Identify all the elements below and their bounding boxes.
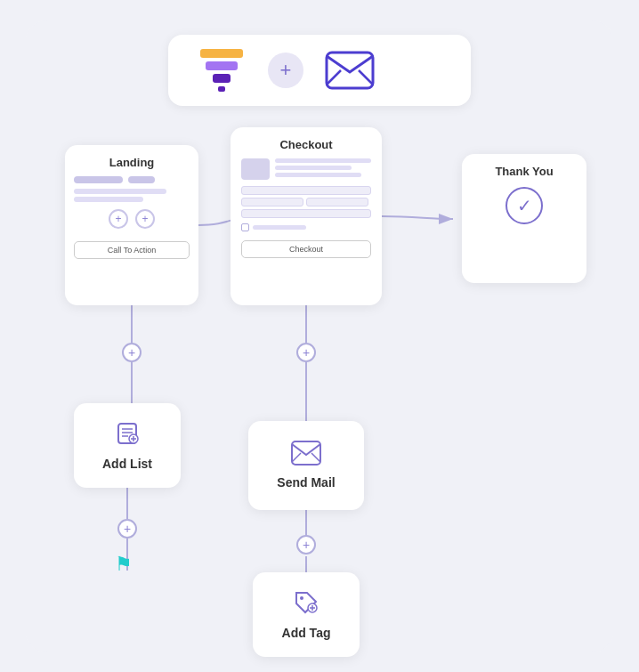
sendmail-label: Send Mail [277, 475, 335, 490]
addtag-node[interactable]: Add Tag [253, 572, 360, 657]
main-canvas: + [26, 20, 613, 652]
add-button[interactable]: + [268, 53, 303, 88]
addtag-label: Add Tag [282, 626, 331, 640]
svg-line-26 [292, 453, 301, 462]
addlist-node[interactable]: Add List [74, 403, 181, 488]
checkout-plus-connector[interactable]: + [296, 343, 316, 362]
call-to-action-btn[interactable]: Call To Action [74, 241, 190, 259]
addlist-plus-connector[interactable]: + [117, 519, 137, 538]
svg-rect-3 [218, 86, 225, 92]
funnel-icon[interactable] [197, 49, 247, 92]
thankyou-card[interactable]: Thank You ✓ [462, 154, 586, 283]
svg-rect-1 [206, 61, 238, 70]
checkout-card[interactable]: Checkout [231, 127, 382, 305]
addtag-icon [293, 589, 320, 622]
checkout-checkbox[interactable] [241, 223, 249, 231]
addlist-icon [114, 420, 141, 453]
landing-plus-connector[interactable]: + [122, 343, 142, 362]
checkmark-icon: ✓ [506, 187, 543, 224]
checkout-mockup: Checkout [241, 158, 371, 258]
svg-rect-25 [292, 441, 320, 465]
landing-card[interactable]: Landing + + Call To Action [65, 145, 198, 305]
checkout-title: Checkout [279, 138, 332, 151]
landing-icon-1: + [109, 209, 128, 229]
flow-canvas: Landing + + Call To Action + [44, 127, 595, 638]
svg-rect-2 [213, 74, 231, 83]
landing-icon-2: + [135, 209, 155, 229]
checkout-image [241, 158, 270, 180]
svg-rect-4 [327, 53, 373, 88]
flag-icon-1: ⚑ [115, 553, 133, 576]
toolbar: + [168, 35, 471, 106]
sendmail-plus-connector[interactable]: + [296, 535, 316, 555]
svg-point-28 [300, 596, 303, 600]
addlist-label: Add List [102, 457, 152, 471]
landing-mockup: + + Call To Action [74, 176, 190, 259]
mail-icon[interactable] [325, 51, 375, 90]
checkout-btn[interactable]: Checkout [241, 240, 371, 258]
sendmail-node[interactable]: Send Mail [248, 421, 364, 510]
svg-line-6 [359, 70, 373, 85]
sendmail-icon [291, 441, 321, 472]
landing-title: Landing [109, 156, 155, 169]
svg-line-27 [311, 453, 320, 462]
plus-icon: + [280, 59, 292, 82]
thankyou-title: Thank You [495, 165, 553, 178]
svg-line-5 [327, 70, 341, 85]
svg-rect-0 [200, 49, 243, 58]
